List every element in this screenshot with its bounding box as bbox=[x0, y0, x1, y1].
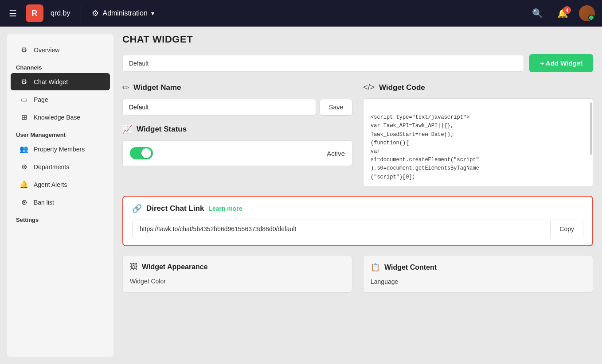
toggle-thumb bbox=[141, 148, 151, 158]
widget-name-title: Widget Name bbox=[133, 83, 181, 92]
sidebar-item-departments-label: Departments bbox=[34, 163, 69, 170]
widget-name-code-row: ✏ Widget Name Save 📈 Widget Status bbox=[122, 83, 593, 187]
admin-menu[interactable]: ⚙ Administration ▾ bbox=[92, 8, 154, 18]
sidebar-item-chat-widget[interactable]: ⚙ Chat Widget bbox=[11, 73, 110, 90]
sidebar-item-page[interactable]: ▭ Page bbox=[11, 91, 110, 108]
copy-button[interactable]: Copy bbox=[550, 220, 583, 238]
notification-badge: 4 bbox=[563, 6, 571, 14]
add-widget-button[interactable]: + Add Widget bbox=[529, 54, 593, 72]
widget-color-label: Widget Color bbox=[130, 278, 166, 285]
page-title: CHAT WIDGET bbox=[122, 34, 593, 45]
main-layout: ⚙ Overview Channels ⚙ Chat Widget ▭ Page… bbox=[0, 27, 602, 364]
widget-content-section: 📋 Widget Content Language bbox=[363, 255, 593, 293]
direct-chat-link-section: 🔗 Direct Chat Link Learn more Copy bbox=[122, 196, 593, 246]
sidebar-item-ban-list-label: Ban list bbox=[34, 199, 54, 206]
navbar: ☰ R qrd.by ⚙ Administration ▾ 🔍 🔔 4 bbox=[0, 0, 602, 27]
widget-code-header: </> Widget Code bbox=[363, 83, 593, 92]
overview-icon: ⚙ bbox=[20, 46, 28, 54]
widget-code-content: <script type="text/javascript"> var Tawk… bbox=[371, 105, 586, 182]
property-members-icon: 👥 bbox=[20, 145, 28, 153]
widget-appearance-title: Widget Appearance bbox=[142, 263, 208, 271]
navbar-divider bbox=[81, 4, 81, 22]
channels-section-label: Channels bbox=[7, 59, 113, 73]
sidebar-item-knowledge-base-label: Knowledge Base bbox=[34, 114, 80, 121]
learn-more-link[interactable]: Learn more bbox=[208, 205, 242, 212]
link-icon: 🔗 bbox=[132, 204, 142, 213]
code-scrollbar bbox=[590, 102, 592, 155]
direct-chat-url-row: Copy bbox=[132, 220, 583, 238]
sidebar-item-property-members-label: Property Members bbox=[34, 146, 85, 153]
settings-section-label: Settings bbox=[7, 211, 113, 225]
status-label: Active bbox=[327, 150, 345, 157]
page-icon: ▭ bbox=[20, 95, 28, 104]
widget-content-title: Widget Content bbox=[384, 263, 437, 271]
direct-chat-header: 🔗 Direct Chat Link Learn more bbox=[132, 204, 583, 213]
language-label: Language bbox=[371, 278, 398, 285]
save-button[interactable]: Save bbox=[320, 99, 352, 116]
agent-alerts-icon: 🔔 bbox=[20, 180, 28, 189]
gear-icon: ⚙ bbox=[92, 8, 99, 18]
app-brand: qrd.by bbox=[51, 9, 70, 17]
direct-chat-title: Direct Chat Link bbox=[146, 204, 204, 213]
bottom-two-col: 🖼 Widget Appearance Widget Color 📋 Widge… bbox=[122, 255, 593, 293]
sidebar-item-ban-list[interactable]: ⊗ Ban list bbox=[11, 194, 110, 211]
widget-appearance-section: 🖼 Widget Appearance Widget Color bbox=[122, 255, 352, 293]
direct-chat-url-input[interactable] bbox=[133, 220, 550, 238]
widget-name-header: ✏ Widget Name bbox=[122, 83, 352, 93]
admin-label: Administration bbox=[102, 9, 147, 17]
widget-status-toggle[interactable] bbox=[130, 147, 153, 159]
widget-status-icon: 📈 bbox=[122, 124, 132, 134]
sidebar-item-page-label: Page bbox=[34, 96, 48, 103]
language-row: Language bbox=[371, 278, 586, 285]
notification-bell[interactable]: 🔔 4 bbox=[554, 6, 572, 20]
widget-name-section: ✏ Widget Name Save 📈 Widget Status bbox=[122, 83, 352, 187]
user-management-section-label: User Management bbox=[7, 126, 113, 140]
widget-status-section: 📈 Widget Status Active bbox=[122, 124, 352, 166]
widget-code-icon: </> bbox=[363, 83, 375, 92]
widget-appearance-icon: 🖼 bbox=[130, 263, 137, 271]
widget-selector-row: + Add Widget bbox=[122, 54, 593, 72]
widget-code-box[interactable]: <script type="text/javascript"> var Tawk… bbox=[363, 98, 593, 187]
widget-name-input-row: Save bbox=[122, 99, 352, 116]
sidebar-item-overview-label: Overview bbox=[34, 46, 59, 54]
sidebar-item-knowledge-base[interactable]: ⊞ Knowledge Base bbox=[11, 108, 110, 126]
sidebar-item-property-members[interactable]: 👥 Property Members bbox=[11, 140, 110, 158]
sidebar-item-overview[interactable]: ⚙ Overview bbox=[11, 41, 110, 58]
widget-name-field[interactable] bbox=[122, 99, 316, 116]
sidebar-item-departments[interactable]: ⊕ Departments bbox=[11, 158, 110, 175]
widget-status-box: Active bbox=[122, 140, 352, 166]
content-area: CHAT WIDGET + Add Widget ✏ Widget Name S… bbox=[113, 27, 602, 364]
hamburger-icon[interactable]: ☰ bbox=[7, 6, 19, 20]
widget-appearance-header: 🖼 Widget Appearance bbox=[130, 263, 345, 271]
widget-content-header: 📋 Widget Content bbox=[371, 263, 586, 272]
avatar[interactable] bbox=[579, 5, 595, 21]
widget-status-header: 📈 Widget Status bbox=[122, 124, 352, 134]
ban-list-icon: ⊗ bbox=[20, 198, 28, 206]
knowledge-base-icon: ⊞ bbox=[20, 113, 28, 121]
widget-name-icon: ✏ bbox=[122, 83, 129, 93]
widget-color-row: Widget Color bbox=[130, 278, 345, 285]
app-logo: R bbox=[26, 4, 43, 22]
chat-widget-icon: ⚙ bbox=[20, 77, 28, 86]
departments-icon: ⊕ bbox=[20, 163, 28, 171]
search-icon[interactable]: 🔍 bbox=[528, 6, 547, 20]
widget-code-section: </> Widget Code <script type="text/javas… bbox=[363, 83, 593, 187]
widget-status-title: Widget Status bbox=[137, 125, 187, 134]
widget-content-icon: 📋 bbox=[371, 263, 380, 272]
sidebar-item-agent-alerts-label: Agent Alerts bbox=[34, 181, 67, 188]
sidebar-item-chat-widget-label: Chat Widget bbox=[34, 78, 68, 85]
sidebar-item-agent-alerts[interactable]: 🔔 Agent Alerts bbox=[11, 176, 110, 193]
widget-selector-input[interactable] bbox=[122, 55, 524, 72]
chevron-down-icon: ▾ bbox=[151, 10, 154, 17]
widget-code-title: Widget Code bbox=[379, 83, 425, 92]
sidebar: ⚙ Overview Channels ⚙ Chat Widget ▭ Page… bbox=[7, 34, 113, 357]
